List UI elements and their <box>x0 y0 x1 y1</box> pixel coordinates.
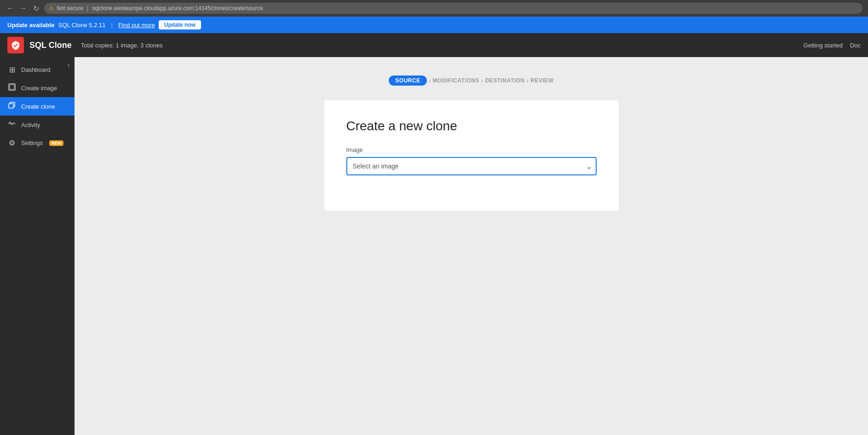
reload-button[interactable]: ↻ <box>31 4 40 13</box>
svg-rect-3 <box>9 104 13 108</box>
dashboard-icon: ⊞ <box>7 65 17 74</box>
wizard-step-destination-label: DESTINATION <box>485 77 525 84</box>
separator: | <box>111 22 112 29</box>
activity-icon <box>7 120 17 129</box>
app-name: SQL Clone <box>29 41 72 50</box>
app-header: SQL Clone Total copies: 1 image, 3 clone… <box>0 33 868 57</box>
docs-link[interactable]: Doc <box>850 42 861 49</box>
create-clone-card: Create a new clone Image Select an image… <box>324 100 619 211</box>
app-subtitle: Total copies: 1 image, 3 clones <box>81 42 163 49</box>
wizard-chevron-2: › <box>481 77 483 84</box>
update-version-label: SQL Clone 5.2.11 <box>58 22 106 29</box>
sidebar-item-create-image-label: Create image <box>21 85 57 92</box>
sidebar-item-create-clone[interactable]: Create clone <box>0 97 75 116</box>
forward-button[interactable]: → <box>18 4 28 13</box>
sidebar-item-activity[interactable]: Activity <box>0 116 75 134</box>
wizard-step-review-label: REVIEW <box>530 77 553 84</box>
wizard-chevron-1: › <box>429 77 431 84</box>
sidebar-item-activity-label: Activity <box>21 122 40 128</box>
wizard-step-source-label: SOURCE <box>389 75 426 86</box>
svg-rect-1 <box>10 85 14 89</box>
image-select-wrapper: Select an image ⌄ <box>346 157 597 175</box>
security-label: Not secure <box>57 5 83 12</box>
wizard-step-source[interactable]: SOURCE <box>389 75 426 86</box>
wizard-step-review[interactable]: REVIEW <box>530 77 553 84</box>
sidebar: ‹ ⊞ Dashboard Create image Create clone <box>0 57 75 435</box>
main-layout: ‹ ⊞ Dashboard Create image Create clone <box>0 57 868 435</box>
wizard-step-modifications[interactable]: MODIFICATIONS <box>432 77 479 84</box>
wizard-step-modifications-label: MODIFICATIONS <box>432 77 479 84</box>
wizard-step-destination[interactable]: DESTINATION <box>485 77 525 84</box>
sidebar-item-dashboard[interactable]: ⊞ Dashboard <box>0 61 75 79</box>
header-links: Getting started Doc <box>804 42 861 49</box>
settings-icon: ⚙ <box>7 139 17 147</box>
page-title: Create a new clone <box>346 119 597 133</box>
create-image-icon <box>7 83 17 93</box>
settings-new-badge: NEW <box>49 140 63 146</box>
wizard-chevron-3: › <box>527 77 529 84</box>
security-icon: ⚠ <box>49 5 54 12</box>
browser-chrome: ← → ↻ ⚠ Not secure | sqlclone.westeurope… <box>0 0 868 17</box>
image-label: Image <box>346 146 597 153</box>
url-bar[interactable]: ⚠ Not secure | sqlclone.westeurope.cloud… <box>44 3 862 14</box>
sidebar-item-create-image[interactable]: Create image <box>0 79 75 97</box>
sidebar-item-settings[interactable]: ⚙ Settings NEW <box>0 134 75 152</box>
update-now-button[interactable]: Update now <box>159 20 201 29</box>
url-text: sqlclone.westeurope.cloudapp.azure.com:1… <box>92 5 263 12</box>
sidebar-item-dashboard-label: Dashboard <box>21 66 51 73</box>
update-available-label: Update available <box>7 22 55 29</box>
app-logo <box>7 37 24 53</box>
sidebar-item-settings-label: Settings <box>21 139 43 146</box>
wizard-steps: SOURCE › MODIFICATIONS › DESTINATION › R… <box>389 75 553 86</box>
getting-started-link[interactable]: Getting started <box>804 42 843 49</box>
create-clone-icon <box>7 102 17 111</box>
image-select[interactable]: Select an image <box>346 157 597 175</box>
back-button[interactable]: ← <box>6 4 15 13</box>
find-out-more-link[interactable]: Find out more <box>118 22 155 29</box>
update-banner: Update available SQL Clone 5.2.11 | Find… <box>0 17 868 33</box>
sidebar-item-create-clone-label: Create clone <box>21 103 55 110</box>
content-area: SOURCE › MODIFICATIONS › DESTINATION › R… <box>75 57 868 435</box>
